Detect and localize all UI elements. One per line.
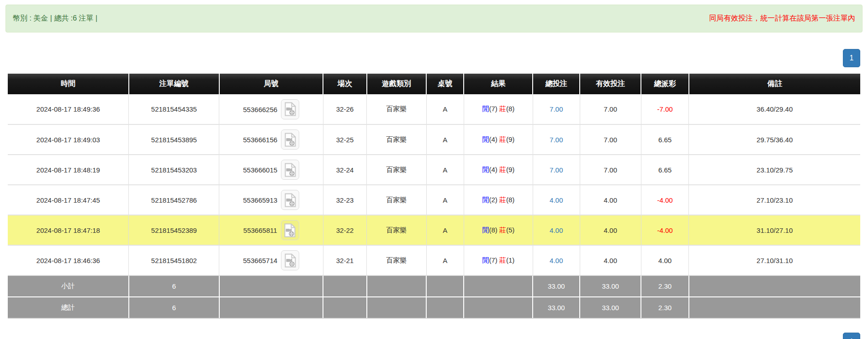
cell-total-bet: 7.00 — [533, 124, 580, 155]
cell-total-bet: 4.00 — [533, 185, 580, 215]
cell-remark: 29.75/36.40 — [689, 124, 860, 155]
cell-valid-bet: 7.00 — [580, 155, 641, 185]
round-number: 553666256 — [243, 105, 277, 113]
cell-round: 553666015 — [219, 155, 323, 185]
result-banker-value: (5) — [506, 226, 514, 234]
cell-payout: -4.00 — [641, 215, 688, 245]
cell-remark: 27.10/31.10 — [689, 245, 860, 275]
cell-round: 553665714 — [219, 245, 323, 275]
table-row[interactable]: 2024-08-17 18:46:36521815451802553665714… — [8, 245, 860, 275]
cell-game-type: 百家樂 — [367, 124, 427, 155]
total-cell-10 — [689, 297, 860, 318]
cell-total-bet: 4.00 — [533, 215, 580, 245]
video-replay-button[interactable] — [281, 99, 299, 119]
cell-round: 553665913 — [219, 185, 323, 215]
total-cell-3 — [323, 297, 366, 318]
cell-total-bet: 4.00 — [533, 245, 580, 275]
total-bet-link[interactable]: 7.00 — [550, 136, 563, 144]
same-round-notice-text: 同局有效投注，統一計算在該局第一張注單內 — [709, 14, 855, 23]
subtotal-cell-4 — [367, 275, 427, 297]
result-player-label: 閒 — [482, 166, 489, 173]
cell-game-type: 百家樂 — [367, 155, 427, 185]
video-replay-icon — [284, 223, 296, 237]
result-player-label: 閒 — [482, 135, 489, 143]
cell-valid-bet: 4.00 — [580, 215, 641, 245]
subtotal-cell-6 — [464, 275, 533, 297]
cell-session: 32-23 — [323, 185, 366, 215]
cell-remark: 23.10/29.75 — [689, 155, 860, 185]
column-header-0: 時間 — [8, 74, 129, 94]
total-bet-link[interactable]: 7.00 — [550, 166, 563, 174]
round-number: 553665811 — [243, 226, 277, 234]
result-player-label: 閒 — [482, 226, 489, 234]
column-header-5: 桌號 — [426, 74, 464, 94]
total-cell-5 — [426, 297, 464, 318]
cell-valid-bet: 7.00 — [580, 94, 641, 124]
total-bet-link[interactable]: 4.00 — [550, 196, 563, 204]
video-replay-button[interactable] — [281, 250, 299, 270]
total-cell-2 — [219, 297, 323, 318]
subtotal-cell-5 — [426, 275, 464, 297]
result-banker-label: 莊 — [499, 196, 506, 204]
result-player-value: (4) — [489, 135, 497, 143]
currency-summary-bar: 幣別 : 美金 | 總共 :6 注單 | 同局有效投注，統一計算在該局第一張注單… — [5, 5, 863, 32]
result-player-value: (7) — [489, 105, 497, 113]
round-number: 553665714 — [243, 257, 277, 264]
result-banker-label: 莊 — [499, 256, 506, 264]
cell-time: 2024-08-17 18:47:45 — [8, 185, 129, 215]
column-header-4: 遊戲類別 — [367, 74, 427, 94]
cell-result: 閒(7) 莊(8) — [464, 94, 533, 124]
video-replay-icon — [284, 253, 296, 268]
total-cell-7: 33.00 — [533, 297, 580, 318]
video-replay-button[interactable] — [281, 160, 299, 180]
subtotal-cell-0: 小計 — [8, 275, 129, 297]
table-body: 2024-08-17 18:49:36521815454335553666256… — [8, 94, 860, 275]
table-row[interactable]: 2024-08-17 18:47:18521815452389553665811… — [8, 215, 860, 245]
video-replay-button[interactable] — [281, 129, 299, 150]
total-bet-link[interactable]: 4.00 — [550, 226, 563, 234]
result-player-label: 閒 — [482, 196, 489, 204]
cell-table-no: A — [426, 245, 464, 275]
cell-bet-id: 521815453895 — [129, 124, 219, 155]
pagination-bottom: 1 — [0, 333, 860, 339]
page-button-1-bottom[interactable]: 1 — [843, 333, 860, 339]
column-header-8: 有效投注 — [580, 74, 641, 94]
table-row[interactable]: 2024-08-17 18:49:03521815453895553666156… — [8, 124, 860, 155]
total-bet-link[interactable]: 4.00 — [550, 257, 563, 264]
subtotal-cell-10 — [689, 275, 860, 297]
subtotal-cell-1: 6 — [129, 275, 219, 297]
table-header-row: 時間注單編號局號場次遊戲類別桌號結果總投注有效投注總派彩備註 — [8, 74, 860, 94]
result-banker-value: (8) — [506, 196, 514, 204]
subtotal-cell-9: 2.30 — [641, 275, 688, 297]
result-player-value: (4) — [489, 166, 497, 173]
table-row[interactable]: 2024-08-17 18:49:36521815454335553666256… — [8, 94, 860, 124]
video-replay-icon — [284, 133, 296, 147]
table-row[interactable]: 2024-08-17 18:48:19521815453203553666015… — [8, 155, 860, 185]
cell-valid-bet: 7.00 — [580, 124, 641, 155]
cell-game-type: 百家樂 — [367, 245, 427, 275]
result-banker-value: (8) — [506, 105, 514, 113]
cell-remark: 31.10/27.10 — [689, 215, 860, 245]
table-row[interactable]: 2024-08-17 18:47:45521815452786553665913… — [8, 185, 860, 215]
cell-round: 553666156 — [219, 124, 323, 155]
column-header-2: 局號 — [219, 74, 323, 94]
cell-session: 32-25 — [323, 124, 366, 155]
video-replay-button[interactable] — [281, 190, 299, 210]
page-button-1[interactable]: 1 — [843, 49, 860, 67]
result-player-label: 閒 — [482, 105, 489, 113]
cell-round: 553665811 — [219, 215, 323, 245]
cell-table-no: A — [426, 185, 464, 215]
result-banker-value: (9) — [506, 166, 514, 173]
subtotal-cell-7: 33.00 — [533, 275, 580, 297]
cell-payout: -7.00 — [641, 94, 688, 124]
video-replay-icon — [284, 163, 296, 177]
bet-records-table: 時間注單編號局號場次遊戲類別桌號結果總投注有效投注總派彩備註 2024-08-1… — [8, 74, 860, 319]
total-bet-link[interactable]: 7.00 — [550, 105, 563, 113]
cell-bet-id: 521815452786 — [129, 185, 219, 215]
subtotal-cell-2 — [219, 275, 323, 297]
video-replay-button[interactable] — [281, 220, 299, 240]
cell-result: 閒(7) 莊(1) — [464, 245, 533, 275]
result-banker-label: 莊 — [499, 226, 506, 234]
currency-total-text: 幣別 : 美金 | 總共 :6 注單 | — [13, 14, 97, 23]
cell-time: 2024-08-17 18:47:18 — [8, 215, 129, 245]
